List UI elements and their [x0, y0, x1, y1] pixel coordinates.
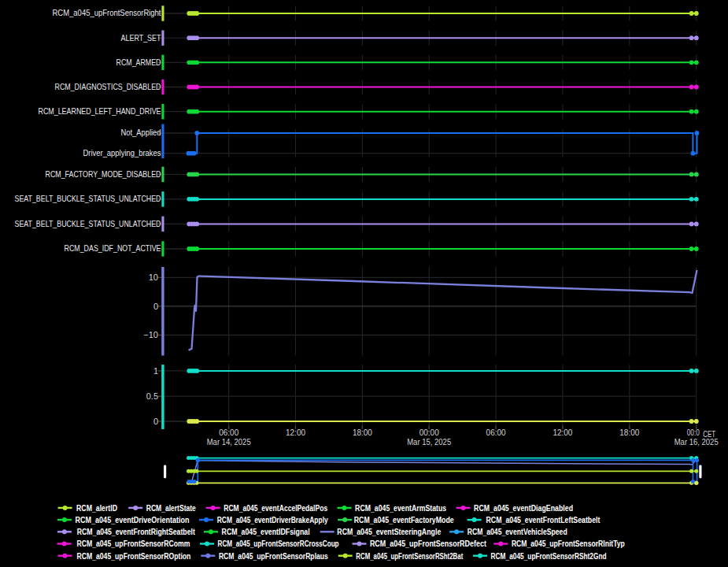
- svg-text:CET: CET: [703, 429, 715, 439]
- svg-text:RCM_a045_eventFactoryMode: RCM_a045_eventFactoryMode: [354, 515, 454, 524]
- svg-text:RCM_a045_eventIDFsignal: RCM_a045_eventIDFsignal: [222, 527, 310, 536]
- svg-text:RCM_a045_upFrontSensorRInitTyp: RCM_a045_upFrontSensorRInitTyp: [512, 539, 625, 548]
- svg-text:12:00: 12:00: [286, 428, 305, 437]
- svg-text:RCM_DIAGNOSTICS_DISABLED: RCM_DIAGNOSTICS_DISABLED: [55, 82, 161, 91]
- svg-text:RCM_a045_upFrontSensorRCrossCo: RCM_a045_upFrontSensorRCrossCoup: [218, 539, 339, 548]
- svg-text:ALERT_SET: ALERT_SET: [121, 33, 161, 43]
- svg-text:SEAT_BELT_BUCKLE_STATUS_UNLATC: SEAT_BELT_BUCKLE_STATUS_UNLATCHED: [15, 194, 161, 203]
- svg-text:RCM_a045_upFrontSensorRSht2Gnd: RCM_a045_upFrontSensorRSht2Gnd: [491, 551, 607, 561]
- svg-text:RCM_alertState: RCM_alertState: [146, 503, 196, 513]
- svg-text:RCM_a045_upFrontSensorRSht2Bat: RCM_a045_upFrontSensorRSht2Bat: [356, 551, 463, 561]
- svg-text:RCM_a045_eventDriveOrientation: RCM_a045_eventDriveOrientation: [76, 515, 190, 524]
- svg-text:RCM_LEARNED_LEFT_HAND_DRIVE: RCM_LEARNED_LEFT_HAND_DRIVE: [39, 106, 161, 116]
- svg-text:RCM_a045_upFrontSensorRComm: RCM_a045_upFrontSensorRComm: [76, 539, 190, 548]
- svg-text:RCM_a045_eventDriverBrakeApply: RCM_a045_eventDriverBrakeApply: [217, 515, 329, 524]
- svg-text:RCM_a045_eventVehicleSpeed: RCM_a045_eventVehicleSpeed: [467, 527, 567, 536]
- svg-text:12:00: 12:00: [552, 428, 572, 437]
- svg-text:18:00: 18:00: [353, 428, 372, 437]
- svg-text:RCM_alertID: RCM_alertID: [76, 503, 117, 513]
- svg-text:1: 1: [153, 366, 158, 376]
- svg-text:0: 0: [153, 302, 158, 311]
- svg-text:18:00: 18:00: [619, 428, 639, 437]
- svg-text:00:0: 00:0: [687, 428, 700, 437]
- svg-text:10: 10: [149, 272, 158, 282]
- svg-text:RCM_a045_eventArmStatus: RCM_a045_eventArmStatus: [355, 503, 446, 513]
- svg-text:RCM_a045_upFrontSensorROption: RCM_a045_upFrontSensorROption: [76, 551, 190, 561]
- svg-text:RCM_a045_upFrontSensorRight: RCM_a045_upFrontSensorRight: [53, 8, 162, 17]
- svg-text:RCM_a045_upFrontSensorRDefect: RCM_a045_upFrontSensorRDefect: [370, 539, 486, 548]
- svg-text:06:00: 06:00: [486, 428, 506, 437]
- svg-text:0.5: 0.5: [146, 391, 158, 401]
- svg-text:0: 0: [153, 417, 158, 426]
- svg-text:Mar 15, 2025: Mar 15, 2025: [407, 437, 451, 447]
- svg-text:−10: −10: [143, 330, 158, 339]
- svg-text:Driver_applying_brakes: Driver_applying_brakes: [83, 148, 161, 158]
- svg-text:Not_Applied: Not_Applied: [121, 128, 161, 137]
- svg-text:SEAT_BELT_BUCKLE_STATUS_UNLATC: SEAT_BELT_BUCKLE_STATUS_UNLATCHED: [15, 219, 161, 228]
- svg-text:RCM_a045_eventAccelPedalPos: RCM_a045_eventAccelPedalPos: [224, 503, 327, 513]
- svg-text:Mar 14, 2025: Mar 14, 2025: [207, 437, 251, 447]
- svg-text:RCM_ARMED: RCM_ARMED: [116, 57, 161, 67]
- svg-text:RCM_FACTORY_MODE_DISABLED: RCM_FACTORY_MODE_DISABLED: [46, 169, 161, 179]
- svg-text:RCM_a045_eventDiagEnabled: RCM_a045_eventDiagEnabled: [474, 503, 573, 513]
- svg-text:RCM_DAS_IDF_NOT_ACTIVE: RCM_DAS_IDF_NOT_ACTIVE: [65, 243, 161, 253]
- svg-text:RCM_a045_eventSteeringAngle: RCM_a045_eventSteeringAngle: [337, 527, 441, 536]
- svg-text:RCM_a045_eventFrontLeftSeatbel: RCM_a045_eventFrontLeftSeatbelt: [486, 515, 601, 524]
- svg-text:00:00: 00:00: [419, 428, 439, 437]
- svg-text:06:00: 06:00: [219, 428, 238, 437]
- svg-text:RCM_a045_eventFrontRightSeatbe: RCM_a045_eventFrontRightSeatbelt: [77, 527, 195, 536]
- svg-text:RCM_a045_upFrontSensorRplaus: RCM_a045_upFrontSensorRplaus: [219, 551, 328, 561]
